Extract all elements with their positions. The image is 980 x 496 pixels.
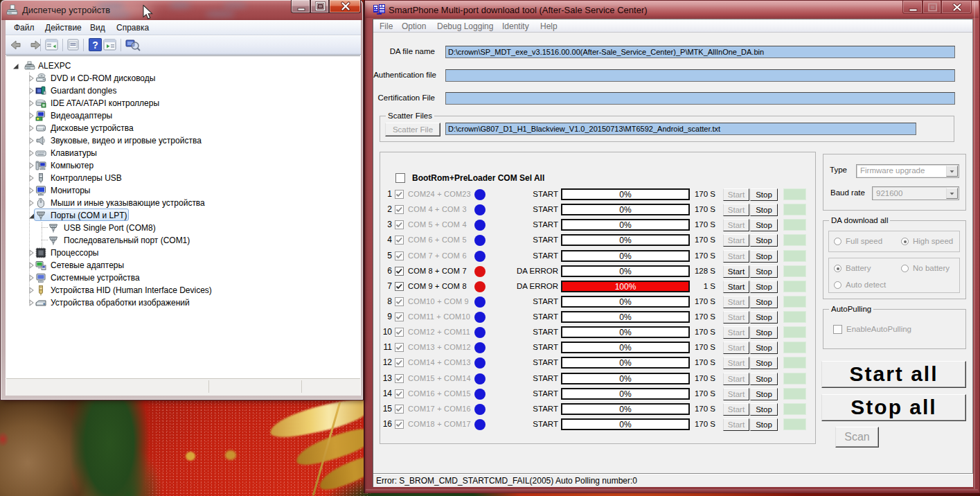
svg-text:?: ? — [92, 39, 98, 51]
